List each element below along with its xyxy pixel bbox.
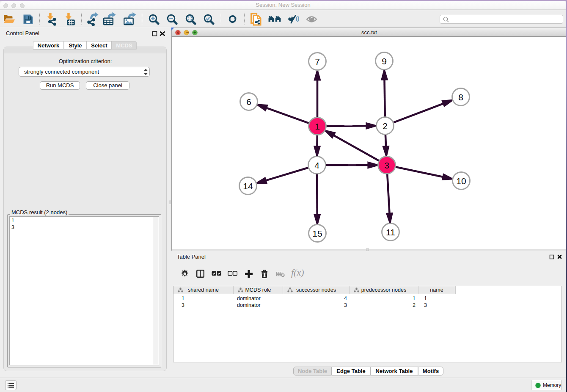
svg-text:8: 8 xyxy=(458,92,463,102)
svg-text:3: 3 xyxy=(384,160,389,170)
svg-text:15: 15 xyxy=(312,229,322,238)
svg-text:6: 6 xyxy=(246,97,251,107)
svg-text:2: 2 xyxy=(383,121,388,131)
svg-text:10: 10 xyxy=(456,176,466,186)
svg-text:1: 1 xyxy=(315,121,320,131)
svg-text:9: 9 xyxy=(382,56,387,66)
svg-text:11: 11 xyxy=(386,227,395,237)
svg-text:14: 14 xyxy=(243,181,253,191)
svg-text:4: 4 xyxy=(314,160,319,170)
svg-text:7: 7 xyxy=(315,57,320,66)
